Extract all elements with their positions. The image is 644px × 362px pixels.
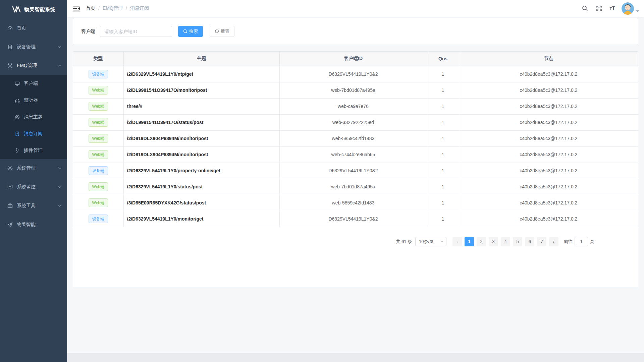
node-cell: c40b2d8ea5c3@172.17.0.2	[459, 146, 638, 163]
topic-cell: /3/D85E00R65DYXK42G/status/post	[123, 195, 279, 211]
goto-unit: 页	[590, 239, 594, 245]
table-body: 设备端 /2/D6329VL54419L1Y0/ntp/get D6329VL5…	[73, 66, 638, 227]
search-button[interactable]: 搜索	[178, 26, 203, 37]
sidebar-item-message-topic[interactable]: 消息主题	[0, 109, 67, 125]
qos-cell: 1	[427, 98, 459, 114]
page-button-2[interactable]: 2	[477, 237, 486, 246]
search-form: 客户端 搜索 重置	[73, 18, 638, 45]
qos-cell: 1	[427, 82, 459, 98]
sidebar-item-client[interactable]: 客户端	[0, 75, 67, 92]
sidebar-item-label: 消息主题	[24, 114, 43, 120]
sidebar-item-listener[interactable]: 监听器	[0, 92, 67, 109]
client-field-label: 客户端	[81, 28, 95, 35]
qos-cell: 1	[427, 163, 459, 179]
refresh-icon	[215, 29, 219, 34]
table-row: Web端 three/# web-ca9a7e76 1 c40b2d8ea5c3…	[73, 98, 638, 114]
table-header-row: 类型 主题 客户端ID Qos 节点	[73, 52, 638, 66]
sidebar-item-system-tools[interactable]: 系统工具	[0, 196, 67, 215]
sidebar-item-system-mgmt[interactable]: 系统管理	[0, 159, 67, 178]
client-id-cell: web-3327922225ed	[279, 114, 427, 130]
client-id-cell: web-5859c42fd1483	[279, 195, 427, 211]
sidebar-item-label: 消息订阅	[24, 131, 43, 137]
user-menu[interactable]	[622, 2, 639, 15]
header-type: 类型	[73, 52, 123, 66]
table-row: Web端 /2/D819DLX904P8894M/monitor/post we…	[73, 146, 638, 163]
sidebar-item-device-mgmt[interactable]: 设备管理	[0, 38, 67, 56]
chevron-down-icon	[636, 10, 639, 14]
sidebar-item-emq-mgmt[interactable]: EMQ管理	[0, 56, 67, 75]
sidebar-toggle-icon[interactable]	[73, 6, 80, 11]
goto-page-input[interactable]	[575, 237, 588, 246]
type-tag: Web端	[89, 118, 108, 127]
sidebar-menu: 首页 设备管理 EMQ管理 客户端	[0, 19, 67, 234]
type-tag: 设备端	[89, 215, 108, 223]
prev-page-button[interactable]: ‹	[452, 237, 462, 246]
header-node: 节点	[459, 52, 638, 66]
emq-submenu: 客户端 监听器 消息主题 消息订阅	[0, 75, 67, 159]
page-button-5[interactable]: 5	[513, 237, 522, 246]
sidebar-item-label: 物美智能	[17, 222, 62, 228]
table-row: Web端 /2/DL9981541O39417O/monitor/post we…	[73, 82, 638, 98]
topic-cell: /2/D6329VL54419L1Y0/property-online/get	[123, 163, 279, 179]
sidebar-item-wumei-smart[interactable]: 物美智能	[0, 215, 67, 234]
breadcrumb: 首页 / EMQ管理 / 消息订阅	[86, 5, 149, 11]
node-cell: c40b2d8ea5c3@172.17.0.2	[459, 82, 638, 98]
sidebar-item-label: 客户端	[24, 80, 38, 86]
breadcrumb-home[interactable]: 首页	[86, 5, 95, 11]
type-tag: 设备端	[89, 70, 108, 78]
page-bottom-strip	[67, 353, 644, 362]
app-logo[interactable]: 物美智能系统	[0, 0, 67, 19]
sidebar-item-plugin-mgmt[interactable]: 插件管理	[0, 142, 67, 159]
node-cell: c40b2d8ea5c3@172.17.0.2	[459, 211, 638, 227]
client-id-cell: D6329VL54419L1Y0&2	[279, 163, 427, 179]
page-button-6[interactable]: 6	[525, 237, 534, 246]
search-icon[interactable]	[579, 0, 591, 17]
page-button-4[interactable]: 4	[501, 237, 510, 246]
page-button-3[interactable]: 3	[489, 237, 498, 246]
sidebar-item-label: 设备管理	[17, 44, 54, 50]
goto-page: 前往 页	[564, 237, 594, 246]
header-client-id: 客户端ID	[279, 52, 427, 66]
page-size-value: 10条/页	[419, 239, 434, 245]
topic-icon	[15, 115, 20, 120]
topic-cell: /2/DL9981541O39417O/monitor/post	[123, 82, 279, 98]
toolbox-icon	[7, 203, 13, 208]
type-tag: 设备端	[89, 166, 108, 175]
client-icon	[15, 81, 20, 86]
type-tag: Web端	[89, 102, 108, 111]
topic-cell: /2/D6329VL54419L1Y0/monitor/get	[123, 211, 279, 227]
topic-cell: /2/D6329VL54419L1Y0/status/post	[123, 179, 279, 195]
type-tag: Web端	[89, 182, 108, 191]
chevron-down-icon	[58, 166, 62, 170]
sidebar-item-label: 系统工具	[17, 203, 54, 209]
qos-cell: 1	[427, 195, 459, 211]
header-qos: Qos	[427, 52, 459, 66]
reset-button[interactable]: 重置	[210, 26, 234, 37]
paper-plane-icon	[7, 222, 13, 227]
sidebar-item-label: 插件管理	[24, 147, 43, 154]
client-id-input[interactable]	[100, 26, 172, 37]
avatar	[622, 2, 634, 15]
sidebar-item-home[interactable]: 首页	[0, 19, 67, 38]
sidebar-item-label: 首页	[17, 25, 62, 31]
table-row: Web端 /3/D85E00R65DYXK42G/status/post web…	[73, 195, 638, 211]
sidebar-item-system-monitor[interactable]: 系统监控	[0, 178, 67, 196]
font-size-icon[interactable]	[607, 5, 618, 12]
table-row: Web端 /2/D6329VL54419L1Y0/status/post web…	[73, 179, 638, 195]
page-size-select[interactable]: 10条/页	[415, 237, 446, 246]
fullscreen-icon[interactable]	[593, 0, 605, 17]
qos-cell: 1	[427, 211, 459, 227]
sidebar: 物美智能系统 首页 设备管理 EMQ管理	[0, 0, 67, 362]
page-button-1[interactable]: 1	[465, 237, 474, 246]
page-button-7[interactable]: 7	[537, 237, 546, 246]
sidebar-item-label: 监听器	[24, 97, 38, 103]
table-row: 设备端 /2/D6329VL54419L1Y0/property-online/…	[73, 163, 638, 179]
table-row: Web端 /2/D819DLX904P8894M/monitor/post we…	[73, 130, 638, 146]
sidebar-item-message-subscribe[interactable]: 消息订阅	[0, 125, 67, 142]
node-cell: c40b2d8ea5c3@172.17.0.2	[459, 130, 638, 146]
logo-icon	[12, 6, 21, 13]
next-page-button[interactable]: ›	[549, 237, 558, 246]
chevron-down-icon	[58, 185, 62, 189]
client-id-cell: web-5859c42fd1483	[279, 130, 427, 146]
total-count: 共 61 条	[396, 239, 412, 245]
